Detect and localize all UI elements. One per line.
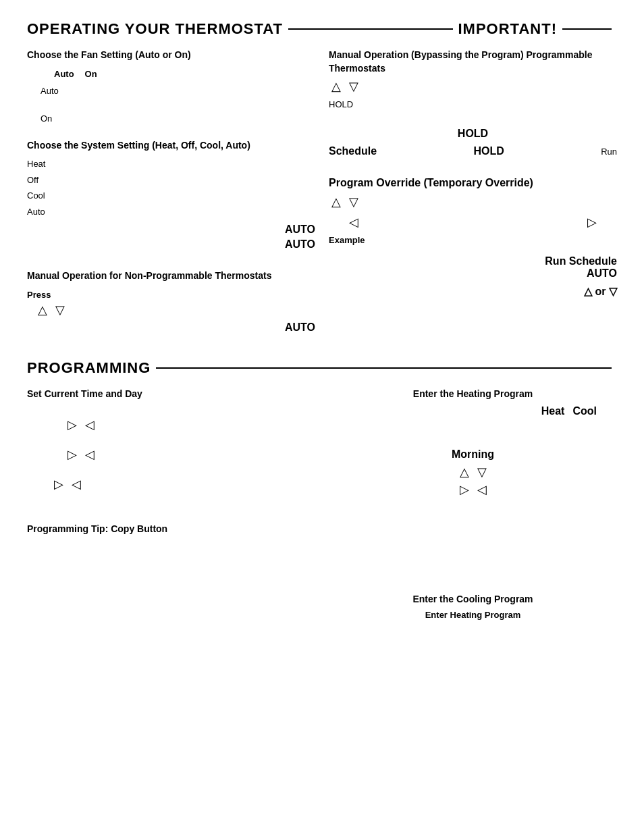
manual-nonprog-section: Manual Operation for Non-Programmable Th… <box>27 269 315 334</box>
manual-prog-symbols: △ ▽ <box>331 79 617 94</box>
down-triangle-icon: ▽ <box>55 303 65 317</box>
set-left2-icon: ◁ <box>85 447 95 462</box>
heat-label: Heat <box>541 405 565 417</box>
cooling-prog-sub: Enter Heating Program <box>329 610 617 620</box>
morning-label: Morning <box>329 448 617 461</box>
operating-title: OPERATING YOUR THERMOSTAT <box>27 20 283 38</box>
set-time-row3: ▷ ◁ <box>54 477 315 492</box>
manual-prog-hold: HOLD <box>329 97 617 112</box>
manual-nonprog-press: Press <box>27 287 315 303</box>
heat-prog-updown: △ ▽ <box>329 465 617 479</box>
override-or-label: △ or ▽ <box>584 286 617 297</box>
run-label: Run <box>601 144 617 159</box>
set-time-heading: Set Current Time and Day <box>27 388 315 401</box>
programming-header: PROGRAMMING <box>27 359 617 377</box>
important-title: IMPORTANT! <box>458 20 557 38</box>
header-line-right <box>562 28 612 30</box>
system-auto: Auto <box>27 204 315 219</box>
header-line-left <box>288 28 452 30</box>
system-auto-bold2: AUTO <box>285 238 315 250</box>
override-left-icon: ◁ <box>349 215 358 230</box>
program-override-section: Program Override (Temporary Override) △ … <box>329 176 617 298</box>
operating-col-right: Manual Operation (Bypassing the Program)… <box>329 49 617 343</box>
override-auto-bold: AUTO <box>329 267 617 280</box>
heat-prog-lr: ▷ ◁ <box>329 482 617 497</box>
operating-col-left: Choose the Fan Setting (Auto or On) Auto… <box>27 49 315 343</box>
programming-title: PROGRAMMING <box>27 359 151 377</box>
system-auto-bold: AUTO <box>285 224 315 235</box>
operating-header: OPERATING YOUR THERMOSTAT IMPORTANT! <box>27 20 617 38</box>
set-time-row1: ▷ ◁ <box>68 417 315 432</box>
up-triangle-icon: △ <box>38 303 47 317</box>
override-example: Example <box>329 232 617 248</box>
override-down-icon: ▽ <box>349 194 358 209</box>
system-heat: Heat <box>27 156 315 172</box>
fan-on-label: On <box>85 66 97 82</box>
override-lr-symbols: ◁ ▷ <box>329 215 617 230</box>
hold-bold2-label: HOLD <box>473 145 504 157</box>
prog-up-icon: △ <box>331 79 341 94</box>
override-up-icon: △ <box>331 194 341 209</box>
system-heading: Choose the System Setting (Heat, Off, Co… <box>27 139 315 153</box>
override-right-icon: ▷ <box>587 215 597 230</box>
override-up-down-symbols: △ ▽ <box>331 194 617 209</box>
heat-cool-labels: Heat Cool <box>329 405 597 417</box>
manual-prog-section: Manual Operation (Bypassing the Program)… <box>329 49 617 159</box>
heat-up-icon: △ <box>460 465 469 479</box>
set-right3-icon: ▷ <box>54 477 63 492</box>
cool-label: Cool <box>572 405 597 417</box>
heat-right-icon: ▷ <box>460 482 469 497</box>
heating-prog-heading: Enter the Heating Program <box>329 388 617 401</box>
fan-on-value: On <box>41 111 315 126</box>
run-schedule-label: Run Schedule <box>329 255 617 267</box>
heat-down-icon: ▽ <box>477 465 487 479</box>
prog-down-icon: ▽ <box>349 79 358 94</box>
set-left1-icon: ◁ <box>85 417 95 432</box>
prog-tip-heading: Programming Tip: Copy Button <box>27 523 315 536</box>
manual-nonprog-symbols: △ ▽ <box>38 303 315 317</box>
schedule-label: Schedule <box>329 145 377 157</box>
manual-nonprog-heading: Manual Operation for Non-Programmable Th… <box>27 269 315 283</box>
programming-two-col: Set Current Time and Day ▷ ◁ ▷ ◁ ▷ ◁ Pro… <box>27 388 617 620</box>
prog-col-left: Set Current Time and Day ▷ ◁ ▷ ◁ ▷ ◁ Pro… <box>27 388 315 620</box>
system-off: Off <box>27 172 315 188</box>
set-left3-icon: ◁ <box>72 477 81 492</box>
fan-labels-row: Auto On <box>54 66 315 82</box>
manual-prog-schedule-row: Schedule HOLD Run <box>329 144 617 159</box>
cooling-prog-heading: Enter the Cooling Program <box>329 593 617 606</box>
programming-section: PROGRAMMING Set Current Time and Day ▷ ◁… <box>27 359 617 620</box>
heat-left-icon: ◁ <box>477 482 487 497</box>
set-time-row2: ▷ ◁ <box>68 447 315 462</box>
program-override-heading: Program Override (Temporary Override) <box>329 176 617 190</box>
set-right2-icon: ▷ <box>68 447 77 462</box>
fan-auto-label: Auto <box>54 66 74 82</box>
fan-auto-value: Auto <box>41 83 315 99</box>
set-right1-icon: ▷ <box>68 417 77 432</box>
fan-section: Choose the Fan Setting (Auto or On) Auto… <box>27 49 315 127</box>
system-section: Choose the System Setting (Heat, Off, Co… <box>27 139 315 251</box>
operating-two-col: Choose the Fan Setting (Auto or On) Auto… <box>27 49 617 343</box>
system-cool: Cool <box>27 188 315 203</box>
manual-nonprog-auto: AUTO <box>285 321 315 333</box>
manual-prog-hold-bold: HOLD <box>458 128 488 139</box>
programming-header-line <box>156 367 612 369</box>
prog-col-right: Enter the Heating Program Heat Cool Morn… <box>329 388 617 620</box>
fan-heading: Choose the Fan Setting (Auto or On) <box>27 49 315 62</box>
manual-prog-heading: Manual Operation (Bypassing the Program)… <box>329 49 617 75</box>
